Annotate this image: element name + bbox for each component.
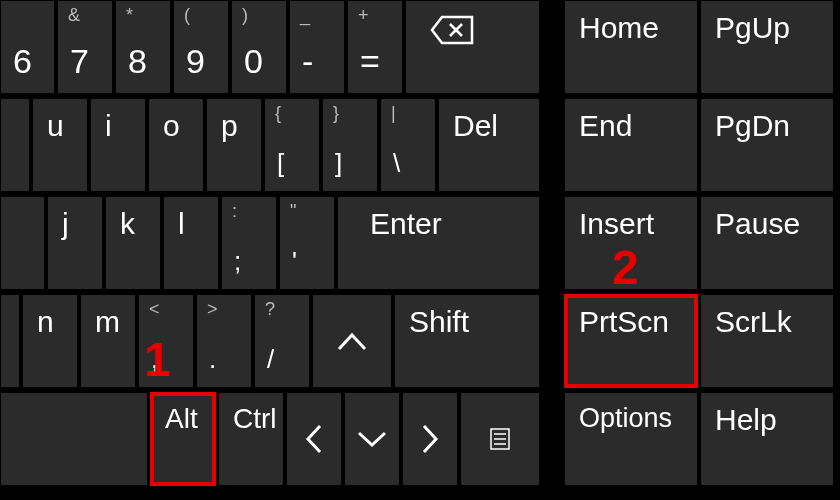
key-slash[interactable]: ? / bbox=[254, 294, 310, 388]
key-k-label: k bbox=[120, 207, 135, 241]
key-menu[interactable] bbox=[460, 392, 540, 486]
key-equals-top: + bbox=[358, 5, 369, 26]
key-m-label: m bbox=[95, 305, 120, 339]
key-equals[interactable]: + = bbox=[347, 0, 403, 94]
key-equals-main: = bbox=[360, 42, 380, 81]
key-quote-top: " bbox=[290, 201, 296, 222]
key-period-main: . bbox=[209, 344, 216, 375]
key-pgup-label: PgUp bbox=[715, 11, 790, 45]
key-9-main: 9 bbox=[186, 42, 205, 81]
key-8[interactable]: * 8 bbox=[115, 0, 171, 94]
key-0[interactable]: ) 0 bbox=[231, 0, 287, 94]
key-0-top: ) bbox=[242, 5, 248, 26]
key-i-label: i bbox=[105, 109, 112, 143]
key-7-main: 7 bbox=[70, 42, 89, 81]
key-help[interactable]: Help bbox=[700, 392, 834, 486]
key-9-top: ( bbox=[184, 5, 190, 26]
key-arrow-right[interactable] bbox=[402, 392, 458, 486]
key-m[interactable]: m bbox=[80, 294, 136, 388]
key-shift-label: Shift bbox=[409, 305, 469, 339]
key-quote-main: ' bbox=[292, 246, 297, 277]
key-semi-top: : bbox=[232, 201, 237, 222]
key-ctrl[interactable]: Ctrl bbox=[218, 392, 284, 486]
key-backspace[interactable] bbox=[405, 0, 540, 94]
key-rb-main: ] bbox=[335, 148, 342, 179]
key-8-top: * bbox=[126, 5, 133, 26]
key-insert[interactable]: Insert bbox=[564, 196, 698, 290]
key-6-main: 6 bbox=[13, 42, 32, 81]
key-l[interactable]: l bbox=[163, 196, 219, 290]
key-p-label: p bbox=[221, 109, 238, 143]
key-minus-top: _ bbox=[300, 5, 310, 26]
key-h-partial[interactable] bbox=[0, 196, 45, 290]
key-period[interactable]: > . bbox=[196, 294, 252, 388]
key-slash-top: ? bbox=[265, 299, 275, 320]
arrow-right-icon bbox=[420, 422, 440, 456]
menu-icon bbox=[490, 428, 510, 450]
key-lb-main: [ bbox=[277, 148, 284, 179]
key-b-partial[interactable] bbox=[0, 294, 20, 388]
arrow-down-icon bbox=[355, 429, 389, 449]
key-p[interactable]: p bbox=[206, 98, 262, 192]
key-y-partial[interactable] bbox=[0, 98, 30, 192]
key-k[interactable]: k bbox=[105, 196, 161, 290]
key-right-bracket[interactable]: } ] bbox=[322, 98, 378, 192]
on-screen-keyboard: 6 & 7 * 8 ( 9 ) 0 _ - + = u i o bbox=[0, 0, 840, 500]
key-arrow-up[interactable] bbox=[312, 294, 392, 388]
key-end[interactable]: End bbox=[564, 98, 698, 192]
key-ctrl-label: Ctrl bbox=[233, 403, 277, 435]
key-enter[interactable]: Enter bbox=[337, 196, 540, 290]
key-help-label: Help bbox=[715, 403, 777, 437]
key-7-top: & bbox=[68, 5, 80, 26]
key-options[interactable]: Options bbox=[564, 392, 698, 486]
key-space-partial[interactable] bbox=[0, 392, 148, 486]
key-quote[interactable]: " ' bbox=[279, 196, 335, 290]
key-arrow-left[interactable] bbox=[286, 392, 342, 486]
key-j[interactable]: j bbox=[47, 196, 103, 290]
key-prtscn[interactable]: PrtScn bbox=[564, 294, 698, 388]
backspace-icon bbox=[430, 15, 474, 45]
key-home[interactable]: Home bbox=[564, 0, 698, 94]
key-scrlk-label: ScrLk bbox=[715, 305, 792, 339]
key-minus-main: - bbox=[302, 42, 313, 81]
key-delete[interactable]: Del bbox=[438, 98, 540, 192]
key-alt[interactable]: Alt bbox=[150, 392, 216, 486]
key-minus[interactable]: _ - bbox=[289, 0, 345, 94]
key-comma[interactable]: < , bbox=[138, 294, 194, 388]
key-left-bracket[interactable]: { [ bbox=[264, 98, 320, 192]
key-pgdn-label: PgDn bbox=[715, 109, 790, 143]
key-o[interactable]: o bbox=[148, 98, 204, 192]
key-delete-label: Del bbox=[453, 109, 498, 143]
key-semicolon[interactable]: : ; bbox=[221, 196, 277, 290]
key-o-label: o bbox=[163, 109, 180, 143]
key-7[interactable]: & 7 bbox=[57, 0, 113, 94]
key-lb-top: { bbox=[275, 103, 281, 124]
key-insert-label: Insert bbox=[579, 207, 654, 241]
key-i[interactable]: i bbox=[90, 98, 146, 192]
key-rb-top: } bbox=[333, 103, 339, 124]
arrow-up-icon bbox=[335, 331, 369, 351]
key-semi-main: ; bbox=[234, 246, 241, 277]
key-pgup[interactable]: PgUp bbox=[700, 0, 834, 94]
key-comma-top: < bbox=[149, 299, 160, 320]
key-scrlk[interactable]: ScrLk bbox=[700, 294, 834, 388]
key-8-main: 8 bbox=[128, 42, 147, 81]
key-u[interactable]: u bbox=[32, 98, 88, 192]
key-enter-label: Enter bbox=[370, 207, 442, 241]
key-pgdn[interactable]: PgDn bbox=[700, 98, 834, 192]
key-n[interactable]: n bbox=[22, 294, 78, 388]
key-end-label: End bbox=[579, 109, 632, 143]
key-pause[interactable]: Pause bbox=[700, 196, 834, 290]
key-9[interactable]: ( 9 bbox=[173, 0, 229, 94]
key-shift[interactable]: Shift bbox=[394, 294, 540, 388]
key-pause-label: Pause bbox=[715, 207, 800, 241]
key-home-label: Home bbox=[579, 11, 659, 45]
key-options-label: Options bbox=[579, 403, 672, 434]
key-backslash[interactable]: | \ bbox=[380, 98, 436, 192]
key-alt-label: Alt bbox=[165, 403, 198, 435]
key-period-top: > bbox=[207, 299, 218, 320]
key-arrow-down[interactable] bbox=[344, 392, 400, 486]
key-6[interactable]: 6 bbox=[0, 0, 55, 94]
arrow-left-icon bbox=[304, 422, 324, 456]
key-l-label: l bbox=[178, 207, 185, 241]
